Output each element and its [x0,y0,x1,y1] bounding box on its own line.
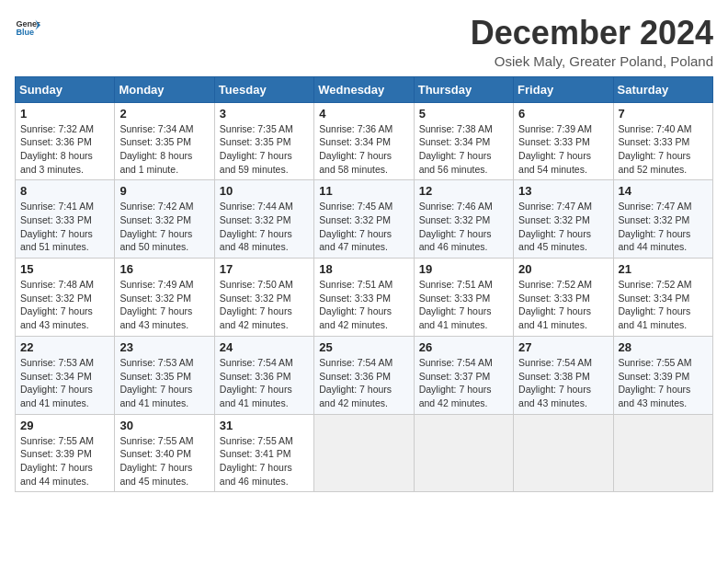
sunrise-label: Sunrise: 7:41 AM [20,201,94,212]
daylight-minutes: and 46 minutes. [220,476,289,487]
daylight-minutes: and 48 minutes. [220,241,289,252]
day-info: Sunrise: 7:55 AM Sunset: 3:40 PM Dayligh… [119,434,209,488]
calendar-cell: 20 Sunrise: 7:52 AM Sunset: 3:33 PM Dayl… [514,259,613,337]
calendar-cell: 18 Sunrise: 7:51 AM Sunset: 3:33 PM Dayl… [314,259,414,337]
daylight-label: Daylight: 7 hours [319,150,392,161]
sunset-label: Sunset: 3:32 PM [220,293,291,304]
daylight-minutes: and 45 minutes. [518,241,587,252]
day-info: Sunrise: 7:44 AM Sunset: 3:32 PM Dayligh… [220,200,309,254]
day-number: 13 [518,184,608,198]
day-info: Sunrise: 7:51 AM Sunset: 3:33 PM Dayligh… [319,278,408,332]
day-number: 31 [220,419,309,432]
daylight-minutes: and 42 minutes. [220,319,289,330]
sunrise-label: Sunrise: 7:42 AM [119,201,193,212]
day-info: Sunrise: 7:36 AM Sunset: 3:34 PM Dayligh… [319,122,408,177]
daylight-label: Daylight: 7 hours [419,228,492,239]
daylight-label: Daylight: 7 hours [220,462,292,473]
sunset-label: Sunset: 3:41 PM [220,448,291,459]
logo-icon: General Blue [15,15,40,40]
day-number: 1 [20,107,109,121]
sunset-label: Sunset: 3:35 PM [119,371,191,382]
sunset-label: Sunset: 3:33 PM [419,293,491,304]
day-number: 24 [220,340,309,354]
daylight-label: Daylight: 7 hours [20,228,93,239]
day-info: Sunrise: 7:49 AM Sunset: 3:32 PM Dayligh… [119,278,209,332]
daylight-label: Daylight: 8 hours [119,150,192,161]
daylight-label: Daylight: 7 hours [220,384,292,395]
sunset-label: Sunset: 3:36 PM [319,371,391,382]
daylight-label: Daylight: 7 hours [518,305,591,316]
daylight-minutes: and 41 minutes. [119,397,188,408]
sunrise-label: Sunrise: 7:54 AM [419,357,493,368]
day-number: 3 [220,107,309,121]
day-number: 26 [419,340,508,354]
daylight-minutes: and 47 minutes. [319,241,388,252]
daylight-minutes: and 45 minutes. [119,476,188,487]
daylight-minutes: and 43 minutes. [119,319,188,330]
sunset-label: Sunset: 3:37 PM [419,371,491,382]
sunset-label: Sunset: 3:39 PM [20,448,92,459]
day-info: Sunrise: 7:54 AM Sunset: 3:38 PM Dayligh… [518,356,608,410]
day-info: Sunrise: 7:54 AM Sunset: 3:36 PM Dayligh… [319,356,408,410]
calendar-header-row: SundayMondayTuesdayWednesdayThursdayFrid… [16,76,713,102]
calendar-week-row: 8 Sunrise: 7:41 AM Sunset: 3:33 PM Dayli… [16,180,713,259]
calendar-week-row: 1 Sunrise: 7:32 AM Sunset: 3:36 PM Dayli… [16,102,713,180]
calendar-cell: 3 Sunrise: 7:35 AM Sunset: 3:35 PM Dayli… [214,102,313,180]
sunset-label: Sunset: 3:32 PM [419,214,491,225]
calendar-cell: 2 Sunrise: 7:34 AM Sunset: 3:35 PM Dayli… [115,102,214,180]
day-number: 2 [119,107,209,121]
calendar-cell: 17 Sunrise: 7:50 AM Sunset: 3:32 PM Dayl… [214,259,313,337]
sunrise-label: Sunrise: 7:40 AM [619,123,692,134]
day-number: 25 [319,340,408,354]
daylight-label: Daylight: 7 hours [619,228,691,239]
daylight-minutes: and 41 minutes. [220,397,289,408]
calendar-cell [613,414,712,492]
sunset-label: Sunset: 3:39 PM [619,371,690,382]
daylight-label: Daylight: 7 hours [419,150,492,161]
sunset-label: Sunset: 3:33 PM [20,214,92,225]
day-info: Sunrise: 7:54 AM Sunset: 3:36 PM Dayligh… [220,356,309,410]
calendar-cell: 8 Sunrise: 7:41 AM Sunset: 3:33 PM Dayli… [16,180,115,259]
calendar-title: December 2024 [471,15,713,52]
sunrise-label: Sunrise: 7:53 AM [119,357,193,368]
day-info: Sunrise: 7:48 AM Sunset: 3:32 PM Dayligh… [20,278,109,332]
day-info: Sunrise: 7:52 AM Sunset: 3:33 PM Dayligh… [518,278,608,332]
sunset-label: Sunset: 3:32 PM [518,214,590,225]
day-info: Sunrise: 7:52 AM Sunset: 3:34 PM Dayligh… [619,278,708,332]
daylight-minutes: and 51 minutes. [20,241,89,252]
daylight-minutes: and 52 minutes. [619,164,688,175]
sunrise-label: Sunrise: 7:32 AM [20,123,94,134]
calendar-cell: 6 Sunrise: 7:39 AM Sunset: 3:33 PM Dayli… [514,102,613,180]
sunrise-label: Sunrise: 7:50 AM [220,279,293,290]
calendar-cell: 27 Sunrise: 7:54 AM Sunset: 3:38 PM Dayl… [514,336,613,414]
title-block: December 2024 Osiek Maly, Greater Poland… [471,15,713,69]
daylight-label: Daylight: 7 hours [220,228,292,239]
calendar-cell: 9 Sunrise: 7:42 AM Sunset: 3:32 PM Dayli… [115,180,214,259]
daylight-minutes: and 43 minutes. [518,397,587,408]
sunset-label: Sunset: 3:34 PM [619,293,690,304]
weekday-header-thursday: Thursday [414,76,513,102]
sunset-label: Sunset: 3:35 PM [220,136,291,147]
day-number: 11 [319,184,408,198]
sunset-label: Sunset: 3:32 PM [119,214,191,225]
calendar-cell: 31 Sunrise: 7:55 AM Sunset: 3:41 PM Dayl… [214,414,313,492]
day-info: Sunrise: 7:51 AM Sunset: 3:33 PM Dayligh… [419,278,508,332]
sunset-label: Sunset: 3:40 PM [119,448,191,459]
daylight-label: Daylight: 7 hours [319,384,392,395]
calendar-cell: 14 Sunrise: 7:47 AM Sunset: 3:32 PM Dayl… [613,180,712,259]
day-number: 29 [20,419,109,432]
sunset-label: Sunset: 3:38 PM [518,371,590,382]
sunrise-label: Sunrise: 7:36 AM [319,123,392,134]
day-info: Sunrise: 7:38 AM Sunset: 3:34 PM Dayligh… [419,122,508,177]
day-number: 20 [518,262,608,276]
logo: General Blue [15,15,40,40]
day-info: Sunrise: 7:35 AM Sunset: 3:35 PM Dayligh… [220,122,309,177]
day-info: Sunrise: 7:39 AM Sunset: 3:33 PM Dayligh… [518,122,608,177]
sunset-label: Sunset: 3:35 PM [119,136,191,147]
daylight-minutes: and 56 minutes. [419,164,488,175]
sunrise-label: Sunrise: 7:47 AM [518,201,592,212]
calendar-cell: 13 Sunrise: 7:47 AM Sunset: 3:32 PM Dayl… [514,180,613,259]
sunrise-label: Sunrise: 7:35 AM [220,123,293,134]
sunrise-label: Sunrise: 7:34 AM [119,123,193,134]
calendar-cell: 10 Sunrise: 7:44 AM Sunset: 3:32 PM Dayl… [214,180,313,259]
